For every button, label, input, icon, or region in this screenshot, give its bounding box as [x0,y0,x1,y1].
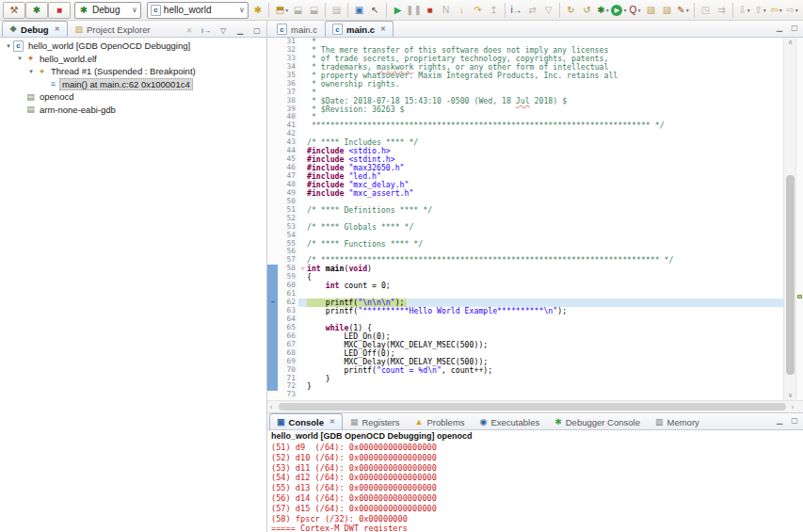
annotation-gutter[interactable] [267,256,278,265]
mark-occurrences-button[interactable]: ◳ [698,2,714,18]
expander-icon[interactable]: ▾ [4,42,13,50]
annotation-gutter[interactable] [267,223,278,232]
code-line-60[interactable]: 60 int count = 0; [267,282,783,290]
select-tool-button[interactable]: ↖ [367,2,383,18]
annotation-gutter[interactable] [267,55,278,63]
build-hammer-button[interactable]: ⚒ [3,2,25,19]
editor-tab-main-c[interactable]: cmain.c✕ [325,21,393,37]
terminate-button[interactable]: ■ [422,2,438,18]
terminal-button[interactable]: ▣ [351,2,367,18]
console-tab-debugger-console[interactable]: ✱Debugger Console [547,413,648,429]
close-icon[interactable]: ✕ [329,418,335,426]
view-tab-project-explorer[interactable]: ▨Project Explorer [68,21,158,37]
back-button[interactable]: ⇦▾ [768,2,784,18]
tree-item-gdb[interactable]: ▤arm-none-eabi-gdb [0,104,266,117]
fold-collapse-icon[interactable]: ⊖ [298,265,307,273]
next-annotation-button[interactable]: ⇩▾ [736,2,752,18]
annotation-gutter[interactable] [267,155,278,164]
overview-ruler[interactable] [795,38,803,400]
annotation-gutter[interactable] [267,332,278,341]
resume-button[interactable]: ▶ [390,2,406,18]
build-all-button[interactable]: ▤ [329,2,345,18]
annotation-gutter[interactable] [267,72,278,80]
vertical-scroll-thumb[interactable] [786,175,795,375]
code-line-41[interactable]: 41 *************************************… [267,121,783,130]
launch-mode-combo[interactable]: ✱ Debug ∨ [74,2,141,19]
minimize-button[interactable]: ▁ [233,23,247,39]
tree-item-openocd[interactable]: ▤openocd [0,90,266,104]
annotation-gutter[interactable] [267,181,278,189]
close-icon[interactable]: ✕ [380,25,386,33]
new-wizard-button[interactable]: ⬒▾ [274,2,290,18]
restart-button[interactable]: ↺ [579,2,595,18]
code-line-71[interactable]: 71 } [267,375,783,383]
annotation-gutter[interactable] [267,341,278,349]
horizontal-scroll-thumb[interactable] [279,403,786,411]
annotation-gutter[interactable] [267,63,278,72]
annotation-gutter[interactable] [267,391,278,399]
reset-button[interactable]: ↻ [563,2,579,18]
drop-to-frame-button[interactable]: ⇄ [524,2,540,18]
annotation-gutter[interactable] [267,80,278,89]
external-tools-button[interactable]: Q▾ [627,2,643,18]
annotation-gutter[interactable] [267,290,278,298]
launch-gear-icon[interactable]: ✱ [252,2,264,18]
forward-button[interactable]: ⇨▾ [784,2,800,18]
scroll-right-arrow-icon[interactable]: › [792,401,794,413]
annotation-gutter[interactable] [267,324,278,332]
console-tab-memory[interactable]: ▥Memory [648,413,707,429]
annotation-gutter[interactable] [267,206,278,215]
code-editor[interactable]: 31 *32 * The mere transfer of this softw… [267,38,783,400]
view-tab-debug[interactable]: ❖Debug✕ [2,21,68,37]
maximize-button[interactable]: ▢ [789,415,800,426]
launch-config-combo[interactable]: c hello_world ∨ [147,2,249,19]
annotation-gutter[interactable] [267,382,278,391]
annotation-gutter[interactable] [267,189,278,198]
suspend-button[interactable]: ❚❚ [406,2,422,18]
console-tab-registers[interactable]: ▦Registers [343,413,408,429]
instruction-pointer-icon[interactable]: ➜ [267,298,278,307]
annotation-gutter[interactable] [267,215,278,223]
expander-icon[interactable]: ▾ [15,55,24,62]
code-line-36[interactable]: 36 * ownership rights. [267,80,783,89]
annotation-gutter[interactable] [267,240,278,249]
current-line-overview-mark[interactable] [797,295,802,298]
annotation-gutter[interactable] [267,113,278,121]
editor-horizontal-scrollbar[interactable]: ‹ › [267,400,803,412]
maximize-button[interactable]: ▢ [789,23,800,33]
code-line-70[interactable]: 70 printf("count = %d\n", count++); [267,366,783,375]
code-line-55[interactable]: 55/* **** Functions **** */ [267,240,783,249]
stop-button[interactable]: ■ [48,2,71,19]
annotation-gutter[interactable] [267,349,278,358]
annotation-gutter[interactable] [267,97,278,105]
disconnect-button[interactable]: N [438,2,454,18]
instruction-stepping-button[interactable]: i→ [508,2,524,18]
annotation-gutter[interactable] [267,375,278,383]
annotation-gutter[interactable] [267,265,278,273]
code-line-63[interactable]: 63 printf("**********Hello World Example… [267,307,783,315]
annotation-gutter[interactable] [267,172,278,181]
minimize-button[interactable]: ▁ [774,415,785,426]
view-menu-button[interactable]: ▽ [217,23,230,39]
maximize-button[interactable]: ▢ [250,23,264,39]
step-filters-button[interactable]: ▽ [540,2,556,18]
annotation-gutter[interactable] [267,38,278,46]
open-file-button[interactable]: ▨ [659,2,675,18]
prev-annotation-button[interactable]: ⇧▾ [752,2,768,18]
code-line-51[interactable]: 51/* **** Definitions **** */ [267,206,783,215]
remove-all-terminated-button[interactable]: ✕ [183,23,196,39]
instruction-stepping-toggle[interactable]: i→ [200,23,213,39]
annotation-gutter[interactable] [267,147,278,155]
console-tab-console[interactable]: ▣Console✕ [269,413,343,429]
annotation-gutter[interactable] [267,46,278,55]
annotation-gutter[interactable] [267,307,278,315]
annotation-gutter[interactable] [267,121,278,130]
step-return-button[interactable]: ↥ [486,2,502,18]
annotation-gutter[interactable] [267,164,278,172]
minimize-button[interactable]: ▁ [774,23,785,33]
code-line-72[interactable]: 72} [267,382,783,391]
annotation-gutter[interactable] [267,89,278,97]
save-button[interactable]: ⬓ [290,2,306,18]
code-line-58[interactable]: 58⊖int main(void) [267,265,783,273]
annotation-gutter[interactable] [267,282,278,290]
